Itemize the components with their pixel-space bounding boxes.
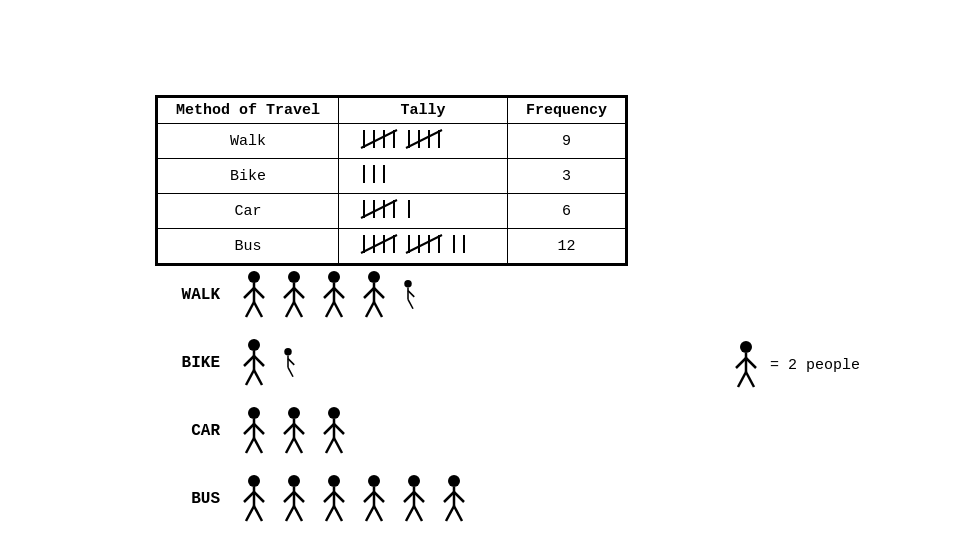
svg-line-48 (334, 302, 342, 317)
svg-line-115 (406, 506, 414, 521)
svg-line-83 (324, 424, 334, 434)
svg-line-61 (244, 356, 254, 366)
picto-label-car: CAR (155, 422, 220, 440)
svg-line-67 (288, 359, 294, 365)
svg-line-53 (366, 302, 374, 317)
svg-line-103 (326, 506, 334, 521)
svg-point-87 (248, 475, 260, 487)
svg-line-45 (324, 288, 334, 298)
frequency-cell-walk: 9 (508, 124, 626, 159)
svg-line-122 (454, 506, 462, 521)
svg-line-40 (294, 288, 304, 298)
tally-cell-car (339, 194, 508, 229)
svg-point-105 (368, 475, 380, 487)
stick-figure (238, 270, 270, 320)
svg-line-127 (738, 372, 746, 387)
svg-line-113 (404, 492, 414, 502)
picto-label-walk: WALK (155, 286, 220, 304)
svg-line-102 (334, 492, 344, 502)
tally-cell-walk (339, 124, 508, 159)
picto-label-bus: BUS (155, 490, 220, 508)
stick-figure (238, 474, 270, 524)
svg-line-23 (361, 235, 397, 253)
stick-figure (438, 474, 470, 524)
stick-figure (318, 406, 350, 456)
svg-line-17 (361, 200, 397, 218)
svg-line-58 (408, 299, 413, 308)
stick-figure (358, 270, 390, 320)
stick-figure (238, 338, 270, 388)
svg-line-36 (254, 302, 262, 317)
svg-line-33 (244, 288, 254, 298)
method-cell: Bus (158, 229, 339, 264)
svg-line-84 (334, 424, 344, 434)
stick-figure (318, 270, 350, 320)
svg-point-123 (740, 341, 752, 353)
svg-line-64 (254, 370, 262, 385)
svg-point-43 (328, 271, 340, 283)
svg-line-47 (326, 302, 334, 317)
table-row: Bus (158, 229, 626, 264)
table-row: Car 6 (158, 194, 626, 229)
svg-point-69 (248, 407, 260, 419)
svg-point-55 (404, 280, 412, 288)
col-header-method: Method of Travel (158, 98, 339, 124)
svg-point-59 (248, 339, 260, 351)
picto-figures-car (238, 406, 350, 456)
tally-table: Method of Travel Tally Frequency Walk (155, 95, 628, 266)
svg-point-117 (448, 475, 460, 487)
svg-line-85 (326, 438, 334, 453)
col-header-frequency: Frequency (508, 98, 626, 124)
svg-line-104 (334, 506, 342, 521)
svg-line-108 (374, 492, 384, 502)
svg-line-110 (374, 506, 382, 521)
tally-marks-car (359, 198, 489, 220)
stick-figure (358, 474, 390, 524)
svg-line-28 (406, 235, 442, 253)
method-cell: Walk (158, 124, 339, 159)
svg-line-34 (254, 288, 264, 298)
svg-line-4 (361, 130, 397, 148)
svg-point-93 (288, 475, 300, 487)
pictograph-section: WALK (155, 270, 470, 540)
svg-point-37 (288, 271, 300, 283)
svg-point-81 (328, 407, 340, 419)
picto-figures-bike (238, 338, 298, 388)
svg-line-35 (246, 302, 254, 317)
tally-marks-bike (359, 163, 489, 185)
svg-line-74 (254, 438, 262, 453)
svg-line-116 (414, 506, 422, 521)
svg-line-39 (284, 288, 294, 298)
stick-figure (278, 270, 310, 320)
picto-label-bike: BIKE (155, 354, 220, 372)
svg-line-90 (254, 492, 264, 502)
svg-line-41 (286, 302, 294, 317)
svg-line-72 (254, 424, 264, 434)
frequency-cell-car: 6 (508, 194, 626, 229)
col-header-tally: Tally (339, 98, 508, 124)
legend-text: = 2 people (770, 357, 860, 374)
svg-line-107 (364, 492, 374, 502)
stick-figure-half (278, 338, 298, 388)
method-cell: Bike (158, 159, 339, 194)
svg-line-63 (246, 370, 254, 385)
stick-figure-half (398, 270, 418, 320)
svg-line-109 (366, 506, 374, 521)
table-row: Bike 3 (158, 159, 626, 194)
svg-line-9 (406, 130, 442, 148)
svg-line-77 (284, 424, 294, 434)
tally-marks-walk (359, 128, 489, 150)
svg-line-92 (254, 506, 262, 521)
svg-line-86 (334, 438, 342, 453)
svg-point-31 (248, 271, 260, 283)
stick-figure (278, 406, 310, 456)
method-cell: Car (158, 194, 339, 229)
tally-cell-bus (339, 229, 508, 264)
svg-line-128 (746, 372, 754, 387)
svg-line-68 (288, 367, 293, 376)
svg-line-120 (454, 492, 464, 502)
svg-point-111 (408, 475, 420, 487)
svg-line-57 (408, 291, 414, 297)
svg-line-51 (364, 288, 374, 298)
svg-line-46 (334, 288, 344, 298)
